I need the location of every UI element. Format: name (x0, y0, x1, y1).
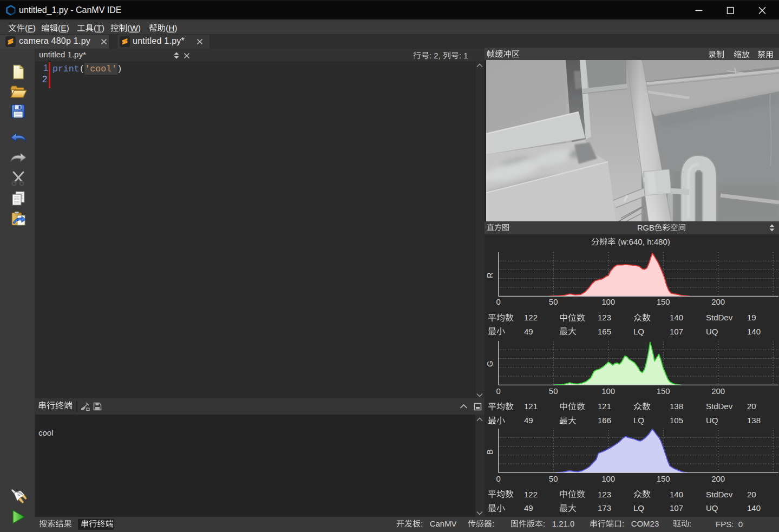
svg-text:(F): (F) (25, 24, 36, 32)
svg-text:: 1.21.0: : 1.21.0 (543, 520, 574, 528)
svg-text:: CanMV: : CanMV (421, 520, 457, 528)
svg-text:(H): (H) (166, 24, 178, 32)
svg-text:RGB: RGB (637, 224, 654, 232)
svg-text:(E): (E) (58, 24, 69, 32)
svg-text:(W): (W) (127, 24, 141, 32)
svg-text:: 1: : 1 (459, 51, 468, 60)
svg-text::: : (492, 520, 494, 528)
svg-text:: COM23: : COM23 (622, 520, 659, 528)
svg-text::: : (689, 520, 691, 528)
svg-text:(T): (T) (94, 24, 104, 32)
svg-text:(w:640, h:480): (w:640, h:480) (616, 238, 670, 246)
svg-text:: 2,: : 2, (429, 51, 443, 60)
